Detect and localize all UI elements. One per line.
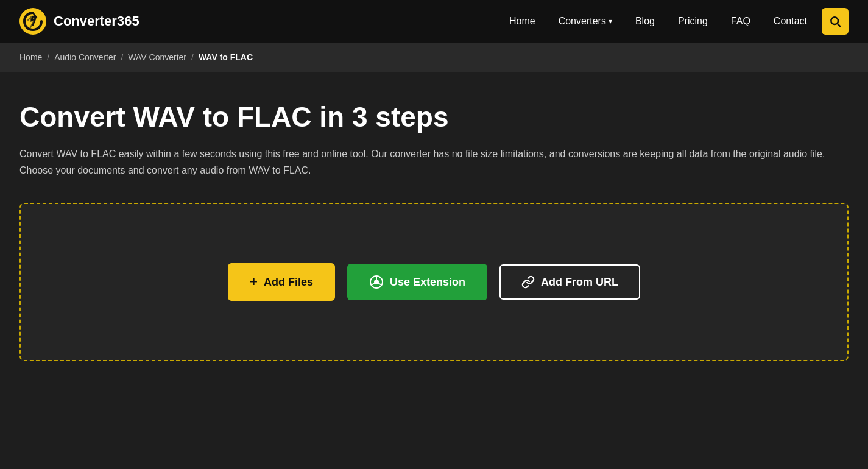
link-icon (521, 275, 535, 289)
breadcrumb: Home / Audio Converter / WAV Converter /… (0, 43, 868, 72)
breadcrumb-sep-2: / (121, 52, 123, 62)
add-url-button[interactable]: Add From URL (499, 264, 640, 300)
breadcrumb-audio[interactable]: Audio Converter (54, 52, 116, 62)
search-button[interactable] (822, 8, 849, 35)
page-title: Convert WAV to FLAC in 3 steps (19, 101, 849, 133)
brand: Converter365 (19, 8, 139, 35)
pricing-nav-link[interactable]: Pricing (669, 11, 716, 32)
breadcrumb-sep-3: / (191, 52, 194, 62)
use-extension-button[interactable]: Use Extension (347, 264, 487, 300)
navbar: Converter365 Home Converters ▾ Blog Pric… (0, 0, 868, 43)
brand-name: Converter365 (54, 13, 139, 29)
blog-nav-link[interactable]: Blog (627, 11, 663, 32)
page-description: Convert WAV to FLAC easily within a few … (19, 146, 848, 178)
faq-nav-link[interactable]: FAQ (722, 11, 759, 32)
svg-line-7 (371, 283, 374, 285)
breadcrumb-sep-1: / (47, 52, 49, 62)
search-icon (829, 15, 841, 27)
main-content: Convert WAV to FLAC in 3 steps Convert W… (0, 72, 868, 381)
logo-icon (19, 8, 46, 35)
svg-line-6 (378, 283, 381, 285)
navbar-nav: Home Converters ▾ Blog Pricing FAQ Conta… (501, 8, 849, 35)
breadcrumb-current: WAV to FLAC (199, 52, 253, 62)
upload-actions: + Add Files Use Extension (228, 263, 640, 301)
add-files-button[interactable]: + Add Files (228, 263, 335, 301)
plus-icon: + (250, 274, 258, 290)
converters-nav-link[interactable]: Converters ▾ (550, 11, 621, 32)
contact-nav-link[interactable]: Contact (765, 11, 816, 32)
breadcrumb-wav[interactable]: WAV Converter (128, 52, 186, 62)
converters-dropdown-arrow: ▾ (609, 17, 612, 26)
svg-line-2 (838, 24, 841, 27)
chrome-icon (369, 275, 384, 289)
upload-dropzone[interactable]: + Add Files Use Extension (19, 203, 849, 361)
breadcrumb-home[interactable]: Home (19, 52, 42, 62)
home-nav-link[interactable]: Home (501, 11, 544, 32)
